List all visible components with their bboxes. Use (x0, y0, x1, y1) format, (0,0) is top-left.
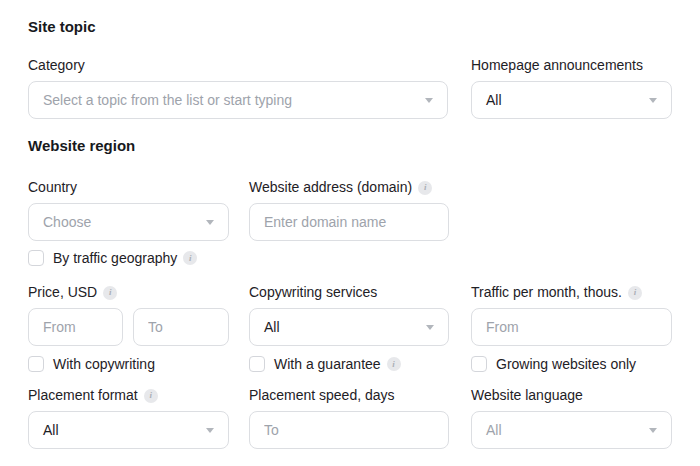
by-traffic-geography-checkbox[interactable]: By traffic geography i (28, 250, 197, 266)
placement-speed-label: Placement speed, days (249, 388, 395, 403)
info-icon[interactable]: i (387, 357, 401, 371)
with-a-guarantee-checkbox[interactable]: With a guarantee i (249, 356, 449, 372)
homepage-announcements-value: All (486, 92, 502, 108)
info-icon[interactable]: i (418, 181, 432, 195)
placement-speed-field: Placement speed, days (249, 388, 449, 449)
category-select-placeholder: Select a topic from the list or start ty… (43, 92, 292, 108)
placement-format-select[interactable]: All (28, 411, 229, 449)
site-topic-heading: Site topic (28, 19, 672, 35)
info-icon[interactable]: i (183, 251, 197, 265)
traffic-per-month-label: Traffic per month, thous. (471, 285, 622, 300)
placement-format-value: All (43, 422, 59, 438)
website-language-select[interactable]: All (471, 411, 672, 449)
website-language-label: Website language (471, 388, 583, 403)
homepage-announcements-select[interactable]: All (471, 81, 672, 119)
price-to-input[interactable] (133, 308, 229, 346)
website-address-field: Website address (domain) i (249, 180, 449, 241)
country-field: Country Choose (28, 180, 229, 241)
chevron-down-icon (649, 98, 657, 103)
copywriting-services-select[interactable]: All (249, 308, 449, 346)
chevron-down-icon (206, 220, 214, 225)
checkbox-box[interactable] (471, 356, 487, 372)
price-label: Price, USD (28, 285, 97, 300)
website-address-input[interactable] (249, 203, 449, 241)
checkbox-box[interactable] (28, 250, 44, 266)
category-field: Category Select a topic from the list or… (28, 58, 448, 119)
homepage-announcements-field: Homepage announcements All (471, 58, 672, 119)
with-copywriting-label: With copywriting (53, 356, 155, 372)
checkbox-box[interactable] (249, 356, 265, 372)
website-region-heading: Website region (28, 138, 672, 154)
placement-speed-input[interactable] (249, 411, 449, 449)
traffic-from-input[interactable] (471, 308, 672, 346)
filters-panel: Site topic Category Select a topic from … (0, 0, 700, 449)
category-label: Category (28, 58, 85, 73)
growing-websites-only-label: Growing websites only (496, 356, 636, 372)
copywriting-services-field: Copywriting services All (249, 285, 449, 346)
placement-format-field: Placement format i All (28, 388, 229, 449)
website-address-label: Website address (domain) (249, 180, 412, 195)
country-select-placeholder: Choose (43, 214, 91, 230)
with-a-guarantee-label: With a guarantee (274, 356, 381, 372)
traffic-per-month-field: Traffic per month, thous. i (471, 285, 672, 346)
copywriting-services-label: Copywriting services (249, 285, 377, 300)
homepage-announcements-label: Homepage announcements (471, 58, 643, 73)
chevron-down-icon (649, 428, 657, 433)
country-select[interactable]: Choose (28, 203, 229, 241)
category-select[interactable]: Select a topic from the list or start ty… (28, 81, 448, 119)
growing-websites-only-checkbox[interactable]: Growing websites only (471, 356, 672, 372)
chevron-down-icon (206, 428, 214, 433)
checkbox-box[interactable] (28, 356, 44, 372)
price-field: Price, USD i (28, 285, 229, 346)
placement-format-label: Placement format (28, 388, 138, 403)
copywriting-services-value: All (264, 319, 280, 335)
info-icon[interactable]: i (103, 286, 117, 300)
chevron-down-icon (426, 325, 434, 330)
price-from-input[interactable] (28, 308, 123, 346)
info-icon[interactable]: i (628, 286, 642, 300)
by-traffic-geography-label: By traffic geography (53, 250, 177, 266)
info-icon[interactable]: i (144, 389, 158, 403)
chevron-down-icon (425, 98, 433, 103)
country-label: Country (28, 180, 77, 195)
website-language-value: All (486, 422, 502, 438)
website-language-field: Website language All (471, 388, 672, 449)
with-copywriting-checkbox[interactable]: With copywriting (28, 356, 229, 372)
